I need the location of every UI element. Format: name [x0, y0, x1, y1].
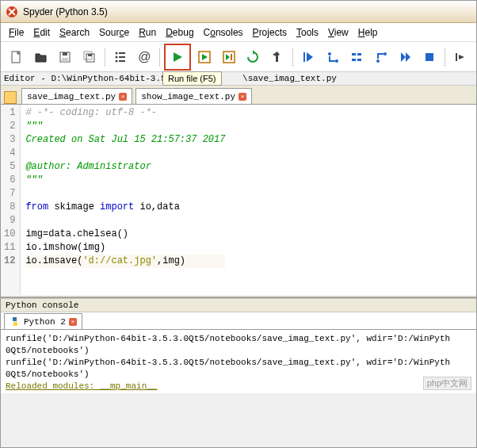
- svg-rect-23: [352, 59, 356, 61]
- svg-rect-9: [119, 52, 125, 54]
- svg-rect-17: [276, 56, 278, 62]
- menu-projects[interactable]: Projects: [253, 27, 287, 38]
- watermark: php中文网: [423, 377, 471, 390]
- menu-search[interactable]: Search: [59, 27, 90, 38]
- debug-stop-button[interactable]: [419, 46, 441, 68]
- svg-point-19: [328, 52, 331, 56]
- menu-consoles[interactable]: Consoles: [204, 27, 243, 38]
- save-button[interactable]: [54, 46, 76, 68]
- toolbar-separator: [159, 48, 160, 67]
- menu-source[interactable]: Source: [99, 27, 129, 38]
- new-file-button[interactable]: [6, 46, 28, 68]
- svg-rect-4: [62, 58, 68, 62]
- line-gutter: 123456789101112: [1, 105, 21, 295]
- debug-start-button[interactable]: [297, 46, 319, 68]
- title-bar: Spyder (Python 3.5): [1, 1, 476, 23]
- svg-rect-27: [425, 53, 433, 61]
- svg-rect-18: [303, 52, 305, 62]
- console-tab-label: Python 2: [24, 317, 66, 327]
- open-file-button[interactable]: [30, 46, 52, 68]
- reloaded-modules: Reloaded modules: __mp_main__: [6, 381, 157, 391]
- editor-path: Editor - D:\WinPython-64bit-3.5.3.0\save…: [1, 72, 476, 86]
- svg-point-25: [376, 59, 380, 63]
- path-prefix: Editor - D:\WinPython-64bit-3.5.3.0: [4, 74, 187, 83]
- svg-rect-22: [357, 53, 361, 56]
- debug-step-out-button[interactable]: [370, 46, 392, 68]
- toolbar-separator: [292, 48, 293, 67]
- file-tab-show-image[interactable]: show_image_text.py ×: [135, 88, 252, 104]
- toolbar-separator: [105, 48, 105, 67]
- svg-point-26: [384, 52, 387, 56]
- svg-rect-16: [231, 54, 232, 60]
- svg-rect-28: [456, 53, 457, 61]
- close-icon[interactable]: ×: [238, 93, 246, 101]
- console-tab-bar: Python 2 ×: [1, 312, 476, 330]
- svg-point-12: [115, 59, 117, 62]
- toolbar-separator: [445, 48, 445, 67]
- run-config-button[interactable]: [266, 46, 288, 68]
- code-content[interactable]: # -*- coding: utf-8 -*-"""Created on Sat…: [21, 105, 230, 295]
- svg-rect-3: [63, 52, 67, 56]
- close-icon[interactable]: ×: [119, 93, 127, 101]
- svg-rect-11: [119, 56, 125, 58]
- menu-debug[interactable]: Debug: [166, 27, 193, 38]
- console-output[interactable]: runfile('D:/WinPython-64bit-3.5.3.0Qt5/n…: [1, 330, 476, 393]
- rerun-button[interactable]: [242, 46, 265, 68]
- run-highlight-box: [164, 44, 191, 71]
- debug-step-over-button[interactable]: [345, 46, 368, 68]
- tab-label: show_image_text.py: [141, 92, 235, 101]
- run-cell-advance-button[interactable]: [218, 46, 240, 68]
- svg-point-20: [335, 59, 338, 63]
- run-tooltip: Run file (F5): [162, 71, 222, 86]
- svg-point-8: [115, 52, 117, 54]
- debug-step-in-button[interactable]: [322, 46, 344, 68]
- svg-rect-24: [357, 59, 361, 61]
- tab-label: save_imag_text.py: [27, 92, 116, 101]
- outline-button[interactable]: [109, 46, 132, 68]
- menu-bar: File Edit Search Source Run Debug Consol…: [1, 23, 476, 42]
- file-tab-bar: save_imag_text.py × show_image_text.py ×: [1, 86, 476, 105]
- close-icon[interactable]: ×: [69, 318, 77, 326]
- menu-edit[interactable]: Edit: [33, 27, 50, 38]
- code-editor[interactable]: 123456789101112 # -*- coding: utf-8 -*-"…: [1, 105, 476, 295]
- at-button[interactable]: @: [134, 46, 156, 68]
- python-icon: [10, 316, 21, 327]
- debug-continue-button[interactable]: [395, 46, 417, 68]
- menu-tools[interactable]: Tools: [296, 27, 319, 38]
- window-title: Spyder (Python 3.5): [23, 6, 108, 17]
- run-button[interactable]: [166, 46, 189, 68]
- more-button[interactable]: [449, 46, 471, 68]
- console-tab[interactable]: Python 2 ×: [4, 313, 82, 329]
- path-suffix: \save_imag_text.py: [242, 74, 337, 83]
- menu-view[interactable]: View: [328, 27, 349, 38]
- folder-icon[interactable]: [4, 91, 17, 104]
- menu-run[interactable]: Run: [139, 27, 156, 38]
- run-cell-button[interactable]: [193, 46, 216, 68]
- svg-rect-7: [88, 54, 92, 56]
- file-tab-save-imag[interactable]: save_imag_text.py ×: [21, 88, 132, 104]
- svg-point-10: [115, 56, 117, 58]
- console-label: Python console: [1, 298, 476, 312]
- menu-help[interactable]: Help: [358, 27, 378, 38]
- svg-rect-13: [119, 60, 125, 62]
- app-icon: [6, 6, 18, 18]
- svg-rect-21: [352, 53, 356, 56]
- toolbar: @: [1, 42, 476, 72]
- save-all-button[interactable]: [78, 46, 101, 68]
- menu-file[interactable]: File: [9, 27, 24, 38]
